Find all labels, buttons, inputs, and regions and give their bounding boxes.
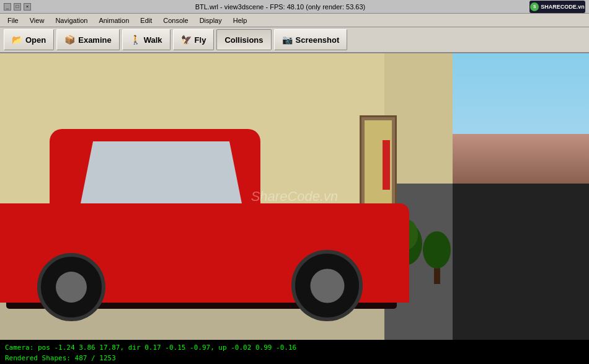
- sky-horizon: [453, 134, 589, 184]
- menu-bar: File View Navigation Animation Edit Cons…: [0, 14, 589, 27]
- status-line-shapes: Rendered Shapes: 487 / 1253: [5, 354, 584, 362]
- sky-area: [453, 53, 589, 184]
- tree-2-top: [423, 231, 451, 269]
- fly-label: Fly: [195, 35, 206, 45]
- brand-logo: S SHARECODE.vn: [529, 1, 585, 13]
- status-bar: Camera: pos -1.24 3.86 17.87, dir 0.17 -…: [0, 340, 589, 364]
- menu-file[interactable]: File: [2, 16, 24, 25]
- window-title: BTL.wrl - view3dscene - FPS: 48.10 (only…: [31, 3, 529, 11]
- menu-display[interactable]: Display: [195, 16, 227, 25]
- menu-edit[interactable]: Edit: [135, 16, 157, 25]
- menu-navigation[interactable]: Navigation: [50, 16, 92, 25]
- close-button[interactable]: ×: [24, 3, 31, 11]
- title-bar: _ □ × BTL.wrl - view3dscene - FPS: 48.10…: [0, 0, 589, 14]
- open-label: Open: [25, 35, 46, 45]
- walk-label: Walk: [144, 35, 162, 45]
- rear-wheel-inner: [310, 269, 344, 303]
- walk-button[interactable]: 🚶 Walk: [122, 29, 170, 50]
- 3d-viewport[interactable]: ShareCode.vn: [0, 53, 589, 340]
- scene-canvas: ShareCode.vn: [0, 53, 589, 340]
- tree-2: [434, 259, 440, 284]
- open-icon: 📂: [12, 35, 22, 45]
- maximize-button[interactable]: □: [14, 3, 21, 11]
- examine-label: Examine: [78, 35, 111, 45]
- window-controls[interactable]: _ □ ×: [4, 3, 31, 11]
- front-wheel-inner: [56, 272, 87, 303]
- screenshot-label: Screenshot: [296, 35, 340, 45]
- menu-animation[interactable]: Animation: [94, 16, 134, 25]
- examine-button[interactable]: 📦 Examine: [56, 29, 119, 50]
- status-line-camera: Camera: pos -1.24 3.86 17.87, dir 0.17 -…: [5, 344, 584, 352]
- minimize-button[interactable]: _: [4, 3, 11, 11]
- examine-icon: 📦: [64, 35, 75, 45]
- door-stripe: [383, 140, 390, 190]
- fly-button[interactable]: 🦅 Fly: [173, 29, 215, 50]
- logo-icon: S: [530, 2, 539, 11]
- screenshot-button[interactable]: 📷 Screenshot: [274, 29, 348, 50]
- menu-console[interactable]: Console: [158, 16, 193, 25]
- logo-text: SHARECODE.vn: [541, 4, 585, 10]
- toolbar: 📂 Open 📦 Examine 🚶 Walk 🦅 Fly Collisions…: [0, 27, 589, 53]
- menu-view[interactable]: View: [25, 16, 50, 25]
- rear-wheel: [291, 250, 363, 321]
- menu-help[interactable]: Help: [228, 16, 252, 25]
- collisions-label: Collisions: [224, 35, 263, 45]
- windshield: [81, 141, 242, 203]
- front-wheel: [37, 253, 105, 321]
- fly-icon: 🦅: [181, 35, 192, 45]
- screenshot-icon: 📷: [282, 35, 293, 45]
- walk-icon: 🚶: [130, 35, 141, 45]
- collisions-button[interactable]: Collisions: [216, 29, 271, 50]
- open-button[interactable]: 📂 Open: [4, 29, 54, 50]
